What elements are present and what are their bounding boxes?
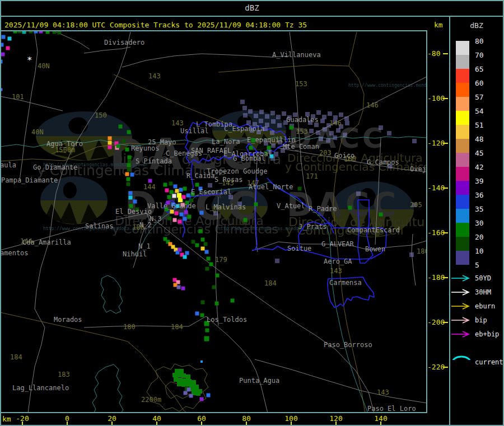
svg-text:N_2: N_2 — [139, 221, 152, 229]
svg-text:143: 143 — [377, 388, 389, 396]
scale-swatch — [456, 223, 469, 237]
svg-text:101: 101 — [12, 93, 24, 101]
radar-map-canvas[interactable]: DACCDACCDACCDACCDirección de Agricultura… — [0, 31, 427, 413]
right-axis-tick-label: -120 — [427, 139, 445, 147]
svg-text:179: 179 — [215, 256, 227, 264]
svg-text:203: 203 — [319, 149, 332, 157]
svg-text:171: 171 — [306, 172, 318, 180]
svg-text:184: 184 — [264, 279, 277, 287]
scale-swatch — [456, 125, 469, 139]
scale-swatch — [456, 237, 469, 251]
svg-text:143: 143 — [171, 119, 184, 127]
svg-text:183: 183 — [58, 371, 70, 378]
svg-text:Soitue: Soitue — [287, 245, 311, 252]
svg-text:El_Desvio: El_Desvio — [115, 208, 152, 216]
right-axis-tick — [443, 367, 448, 368]
right-axis-tick — [443, 322, 448, 323]
svg-text:Bowen: Bowen — [365, 245, 385, 253]
svg-text:Oveje: Oveje — [410, 165, 427, 173]
bottom-axis-tick — [246, 422, 247, 425]
svg-text:G_ALVEAR: G_ALVEAR — [321, 240, 354, 248]
svg-text:Pampa_Diamante: Pampa_Diamante — [1, 176, 58, 184]
legend-label-current: current — [475, 358, 503, 366]
right-axis-tick — [443, 188, 448, 189]
scale-title: dBZ — [450, 21, 503, 30]
map-bottom-border — [0, 412, 427, 413]
svg-text:L_Malvinas: L_Malvinas — [206, 203, 246, 211]
right-axis-tick-label: -140 — [427, 184, 445, 192]
svg-text:Salinas: Salinas — [85, 222, 114, 230]
svg-text:A_Villanueva: A_Villanueva — [272, 51, 321, 59]
scale-value: 30 — [475, 219, 497, 227]
map-right-border — [426, 30, 427, 413]
scale-value: 57 — [475, 93, 497, 101]
svg-text:aula: aula — [0, 161, 16, 169]
right-axis-tick — [443, 53, 448, 54]
scale-value: 54 — [475, 107, 497, 115]
legend-label-eburn: eburn — [475, 302, 495, 310]
svg-text:153: 153 — [296, 128, 308, 135]
svg-text:N_1: N_1 — [138, 242, 151, 250]
scale-value: 48 — [475, 135, 497, 143]
bottom-axis-tick — [111, 422, 113, 425]
svg-text:2200m: 2200m — [141, 396, 161, 404]
svg-text:R_Padre: R_Padre — [309, 205, 337, 213]
scale-swatch — [456, 181, 469, 195]
scale-swatch — [456, 41, 469, 55]
timestamp-title: 2025/11/09 04:18:00 UTC Composite Tracks… — [4, 21, 307, 29]
bottom-axis-tick — [156, 422, 157, 425]
right-axis-tick — [443, 277, 448, 278]
scale-value: 20 — [475, 233, 497, 241]
scale-value: 80 — [475, 37, 497, 45]
right-axis-tick — [443, 98, 448, 99]
svg-text:205: 205 — [410, 201, 422, 209]
svg-text:Atuel_Norte: Atuel_Norte — [249, 183, 293, 191]
scale-swatch — [456, 111, 469, 125]
scale-value: 51 — [475, 121, 497, 129]
legend-label-50YD: 50YD — [475, 274, 491, 282]
svg-text:E_Escorial: E_Escorial — [191, 188, 231, 196]
scale-value: 45 — [475, 149, 497, 157]
svg-text:C_Española: C_Española — [224, 125, 264, 133]
scale-swatch — [456, 69, 469, 83]
svg-text:153: 153 — [295, 80, 307, 88]
scale-value: 39 — [475, 177, 497, 185]
svg-text:amentos: amentos — [0, 249, 29, 257]
svg-text:Paso_Borroso: Paso_Borroso — [324, 341, 372, 349]
svg-text:G_Campos: G_Campos — [367, 158, 399, 166]
svg-text:40N: 40N — [31, 128, 44, 136]
svg-text:S_Pintada: S_Pintada — [136, 157, 172, 165]
svg-text:180: 180 — [123, 323, 136, 331]
bottom-axis-tick — [201, 422, 202, 425]
bottom-axis-tick — [67, 422, 68, 425]
scale-value: 70 — [475, 51, 497, 59]
svg-text:180: 180 — [417, 247, 427, 255]
legend-label-bip: bip — [475, 316, 487, 324]
svg-text:*: * — [27, 55, 32, 65]
svg-text:G_Bombal: G_Bombal — [233, 155, 265, 162]
scale-swatch — [456, 55, 469, 69]
svg-text:J_Prats: J_Prats — [298, 223, 327, 231]
scale-swatch — [456, 195, 469, 209]
panel-divider — [449, 16, 450, 426]
scale-value: 42 — [475, 163, 497, 171]
right-axis-tick-label: -180 — [427, 273, 445, 282]
scale-value: 36 — [475, 191, 497, 199]
scale-swatch — [456, 97, 469, 111]
scale-swatch — [456, 167, 469, 181]
svg-text:La_Nora: La_Nora — [212, 138, 240, 146]
svg-text:Usillal: Usillal — [180, 127, 209, 135]
svg-text:Punta_Agua: Punta_Agua — [239, 377, 279, 385]
legend-label-30HM: 30HM — [475, 288, 491, 296]
scale-value: 5 — [475, 261, 497, 269]
scale-value: 60 — [475, 79, 497, 87]
bottom-axis-tick — [335, 422, 337, 425]
svg-text:Lag_Llancanelo: Lag_Llancanelo — [12, 384, 69, 392]
bottom-axis-tick — [22, 422, 23, 425]
header-separator — [0, 16, 504, 17]
scale-value: 65 — [475, 65, 497, 73]
svg-text:Aero_GA: Aero_GA — [324, 258, 352, 265]
scale-value: 35 — [475, 205, 497, 213]
svg-text:Agua_Toro: Agua_Toro — [46, 140, 83, 148]
km-unit-label: km — [434, 21, 443, 29]
